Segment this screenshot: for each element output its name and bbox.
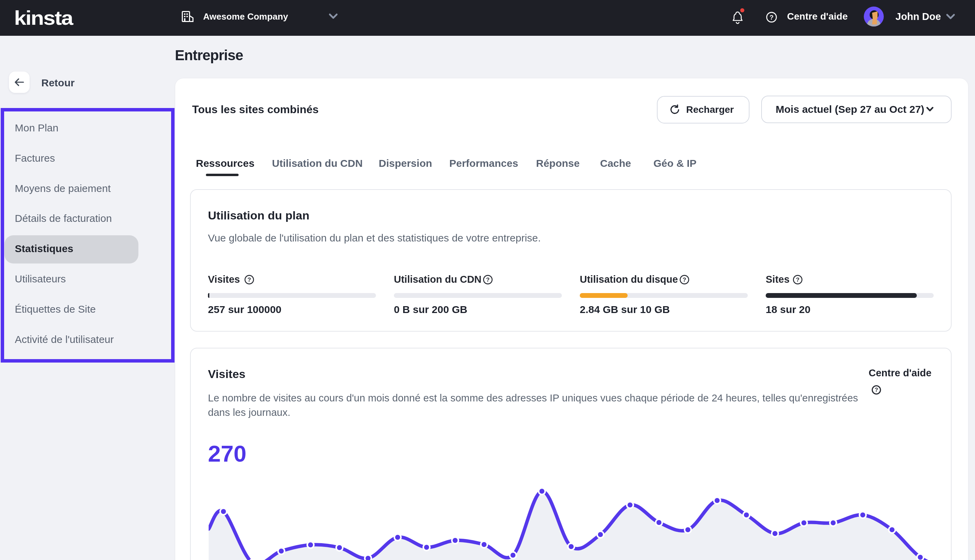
svg-text:?: ? <box>769 14 774 21</box>
svg-text:?: ? <box>248 277 251 283</box>
svg-text:?: ? <box>796 277 799 283</box>
svg-text:?: ? <box>683 277 686 283</box>
svg-text:?: ? <box>875 387 878 393</box>
svg-text:?: ? <box>486 277 490 283</box>
